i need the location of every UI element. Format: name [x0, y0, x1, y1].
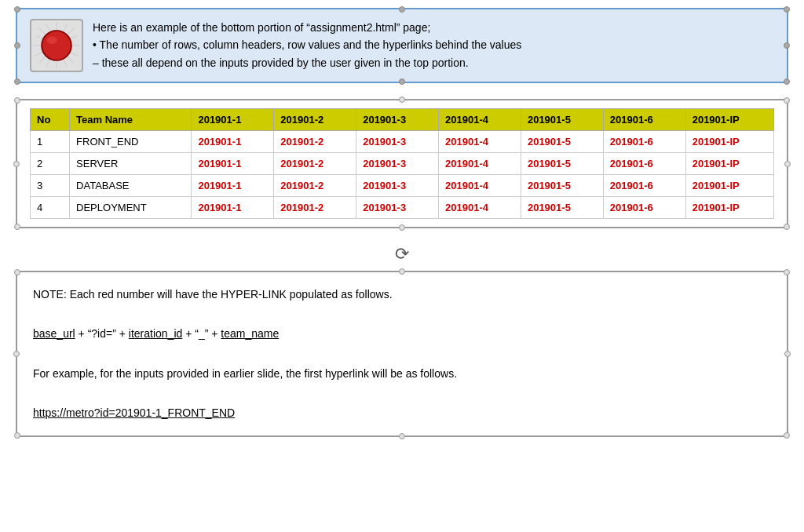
cell-link[interactable]: 201901-IP — [685, 131, 773, 153]
note-corner-bl — [14, 432, 20, 439]
data-table: No Team Name 201901-1 201901-2 201901-3 … — [30, 108, 774, 219]
note-box: NOTE: Each red number will have the HYPE… — [16, 271, 788, 437]
table-top-center-dot — [399, 97, 405, 103]
cell-link[interactable]: 201901-2 — [274, 175, 356, 197]
rotate-icon: ⟳ — [395, 244, 409, 264]
table-container: No Team Name 201901-1 201901-2 201901-3 … — [16, 99, 788, 228]
note-left-center-dot — [13, 351, 20, 357]
rotate-icon-area: ⟳ — [16, 244, 788, 264]
col-header-1: 201901-1 — [192, 109, 274, 131]
note-iteration-id: iteration_id — [129, 327, 183, 340]
table-left-center-dot — [13, 161, 20, 167]
table-corner-tr — [784, 97, 790, 104]
cell-link[interactable]: 201901-1 — [192, 131, 274, 153]
table-row: 4DEPLOYMENT201901-1201901-2201901-320190… — [31, 197, 774, 219]
logo-svg — [31, 19, 82, 72]
cell-teamname: FRONT_END — [70, 131, 192, 153]
corner-dot-tr — [784, 6, 790, 13]
table-right-center-dot — [784, 161, 791, 167]
corner-dot-lc — [14, 42, 20, 49]
table-bottom-center-dot — [399, 224, 405, 231]
cell-no: 2 — [31, 153, 70, 175]
cell-link[interactable]: 201901-3 — [356, 131, 439, 153]
cell-link[interactable]: 201901-6 — [603, 175, 685, 197]
col-header-5: 201901-5 — [521, 109, 603, 131]
col-header-6: 201901-6 — [603, 109, 685, 131]
note-top-center-dot — [399, 268, 405, 275]
corner-dot-bc — [399, 78, 405, 85]
table-row: 1FRONT_END201901-1201901-2201901-3201901… — [31, 131, 774, 153]
cell-teamname: DATABASE — [70, 175, 192, 197]
info-line3: – these all depend on the inputs provide… — [93, 56, 469, 69]
note-example-url: https://metro?id=201901-1_FRONT_END — [33, 406, 235, 419]
note-plus1: + “?id=” + — [79, 327, 129, 340]
table-row: 3DATABASE201901-1201901-2201901-3201901-… — [31, 175, 774, 197]
cell-no: 3 — [31, 175, 70, 197]
info-bullet: • — [93, 38, 100, 51]
col-header-teamname: Team Name — [70, 109, 192, 131]
note-base-url: base_url — [33, 327, 75, 340]
table-corner-tl — [14, 97, 20, 104]
cell-link[interactable]: 201901-4 — [439, 175, 521, 197]
cell-link[interactable]: 201901-6 — [603, 153, 685, 175]
cell-link[interactable]: 201901-3 — [356, 175, 439, 197]
cell-link[interactable]: 201901-4 — [439, 197, 521, 219]
cell-link[interactable]: 201901-6 — [603, 197, 685, 219]
note-line3: For example, for the inputs provided in … — [33, 364, 771, 384]
note-team-name: team_name — [221, 327, 279, 340]
note-bottom-center-dot — [399, 433, 405, 439]
cell-link[interactable]: 201901-5 — [521, 153, 603, 175]
cell-link[interactable]: 201901-IP — [685, 153, 773, 175]
cell-link[interactable]: 201901-1 — [192, 153, 274, 175]
cell-link[interactable]: 201901-IP — [685, 197, 773, 219]
col-header-no: No — [31, 109, 70, 131]
cell-link[interactable]: 201901-4 — [439, 131, 521, 153]
corner-dot-bl — [14, 78, 20, 85]
col-header-4: 201901-4 — [439, 109, 521, 131]
col-header-ip: 201901-IP — [685, 109, 773, 131]
table-corner-br — [784, 224, 790, 230]
corner-dot-tl — [14, 6, 20, 13]
cell-link[interactable]: 201901-1 — [192, 197, 274, 219]
col-header-2: 201901-2 — [274, 109, 356, 131]
corner-dot-rc — [784, 42, 790, 49]
cell-link[interactable]: 201901-1 — [192, 175, 274, 197]
info-box: Here is an example of the bottom portion… — [16, 8, 788, 83]
svg-point-18 — [47, 37, 57, 44]
cell-link[interactable]: 201901-5 — [521, 131, 603, 153]
cell-teamname: DEPLOYMENT — [70, 197, 192, 219]
logo — [30, 19, 83, 72]
note-plus2: + “_” + — [185, 327, 221, 340]
table-row: 2SERVER201901-1201901-2201901-3201901-42… — [31, 153, 774, 175]
note-corner-br — [784, 432, 790, 439]
cell-no: 4 — [31, 197, 70, 219]
cell-link[interactable]: 201901-3 — [356, 197, 439, 219]
info-line2: The number of rows, column headers, row … — [100, 38, 522, 51]
info-box-text: Here is an example of the bottom portion… — [93, 19, 774, 71]
note-line1: NOTE: Each red number will have the HYPE… — [33, 285, 771, 304]
cell-no: 1 — [31, 131, 70, 153]
table-corner-bl — [14, 224, 20, 230]
info-line1: Here is an example of the bottom portion… — [93, 21, 430, 34]
cell-link[interactable]: 201901-2 — [274, 197, 356, 219]
cell-link[interactable]: 201901-3 — [356, 153, 439, 175]
cell-link[interactable]: 201901-5 — [521, 175, 603, 197]
cell-link[interactable]: 201901-6 — [603, 131, 685, 153]
note-line4: https://metro?id=201901-1_FRONT_END — [33, 403, 771, 423]
cell-link[interactable]: 201901-5 — [521, 197, 603, 219]
cell-link[interactable]: 201901-IP — [685, 175, 773, 197]
note-corner-tl — [14, 269, 20, 275]
cell-link[interactable]: 201901-2 — [274, 131, 356, 153]
corner-dot-tc — [399, 6, 405, 13]
col-header-3: 201901-3 — [356, 109, 439, 131]
table-header-row: No Team Name 201901-1 201901-2 201901-3 … — [31, 109, 774, 131]
cell-link[interactable]: 201901-4 — [439, 153, 521, 175]
note-corner-tr — [784, 269, 790, 275]
note-line2: base_url + “?id=” + iteration_id + “_” +… — [33, 324, 771, 344]
corner-dot-br — [784, 78, 790, 85]
page-wrapper: Here is an example of the bottom portion… — [0, 0, 804, 445]
note-right-center-dot — [784, 351, 791, 357]
cell-link[interactable]: 201901-2 — [274, 153, 356, 175]
cell-teamname: SERVER — [70, 153, 192, 175]
